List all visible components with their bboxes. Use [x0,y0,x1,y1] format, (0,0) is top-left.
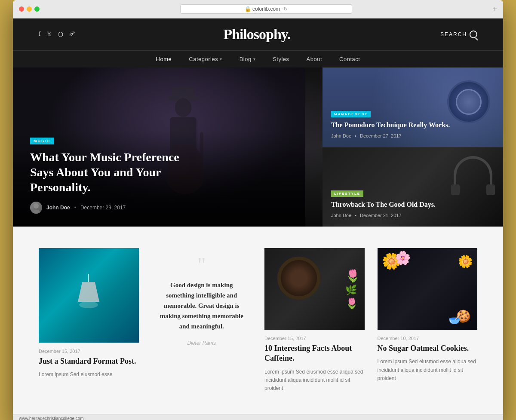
side-author-2: John Doe [331,213,351,218]
coffee-image: 🌷 🌿 🌷 [264,248,365,330]
hero-meta: John Doe • December 29, 2017 [30,202,305,214]
close-button[interactable] [19,6,24,12]
hero-author-avatar [30,202,42,214]
nav-categories[interactable]: Categories ▾ [189,56,222,62]
search-icon [470,31,477,38]
twitter-icon[interactable]: 𝕏 [47,31,52,38]
svg-point-2 [175,98,192,117]
svg-point-7 [34,203,39,208]
lamp-image [39,248,139,343]
maximize-button[interactable] [34,6,40,12]
url-text: colorlib.com [252,6,280,12]
pinterest-icon[interactable]: 𝒫 [69,31,74,38]
quote-marks: " [197,257,206,273]
lock-icon: 🔒 [245,6,251,12]
hero-main-article[interactable]: MUSIC What Your Music Preference Says Ab… [13,67,322,227]
chevron-down-icon: ▾ [220,57,222,61]
status-url: www.heritagechristiancollege.com [19,416,84,420]
side-category-badge-2: LIFESTYLE [331,190,363,197]
svg-rect-1 [172,87,195,100]
nav-styles[interactable]: Styles [273,56,289,62]
post-card-1[interactable]: December 15, 2017 Just a Standard Format… [39,248,139,379]
nav-about[interactable]: About [307,56,322,62]
site-header: f 𝕏 ⬡ 𝒫 Philosophy. SEARCH [13,18,503,50]
post-card-quote: " Good design is making something intell… [152,248,252,355]
post-date-3: December 10, 2017 [378,336,478,341]
hero-date: December 29, 2017 [80,205,126,211]
site-nav: Home Categories ▾ Blog ▾ Styles About Co… [13,50,503,67]
post-card-2[interactable]: 🌷 🌿 🌷 December 15, 2017 10 Interesting F… [264,248,365,392]
side-date-2: December 21, 2017 [360,213,402,218]
side-title-1: The Pomodoro Technique Really Works. [331,121,494,130]
side-category-badge-1: MANAGEMENT [331,111,371,117]
hero-content: MUSIC What Your Music Preference Says Ab… [30,136,305,214]
post-title-2: 10 Interesting Facts About Caffeine. [264,343,365,364]
social-icons: f 𝕏 ⬡ 𝒫 [39,31,74,38]
svg-point-8 [32,210,40,214]
hero-author: John Doe [46,205,70,211]
nav-contact[interactable]: Contact [339,56,360,62]
hero-category-badge[interactable]: MUSIC [30,138,54,144]
post-title-3: No Sugar Oatmeal Cookies. [378,343,478,353]
address-bar[interactable]: 🔒 colorlib.com ↻ [180,4,352,14]
side-date-1: December 27, 2017 [360,133,402,138]
reload-icon[interactable]: ↻ [283,6,288,12]
browser-chrome: 🔒 colorlib.com ↻ + [13,0,503,18]
quote-text: Good design is making something intellig… [156,280,248,331]
svg-marker-10 [78,282,99,302]
flowers-image: 🌼 🌸 🌼 🍪 🥣 [378,248,478,330]
minimize-button[interactable] [27,6,32,12]
side-meta-2: John Doe • December 21, 2017 [331,213,494,218]
post-excerpt-1: Lorem ipsum Sed eiusmod esse [39,371,139,379]
post-excerpt-3: Lorem ipsum Sed eiusmod esse aliqua sed … [378,358,478,383]
post-title-1: Just a Standard Format Post. [39,356,139,366]
quote-author: Dieter Rams [187,340,216,346]
side-article-1[interactable]: MANAGEMENT The Pomodoro Technique Really… [322,67,503,147]
side-meta-1: John Doe • December 27, 2017 [331,133,494,138]
status-bar: www.heritagechristiancollege.com [13,414,503,420]
posts-grid: December 15, 2017 Just a Standard Format… [39,248,477,392]
nav-blog[interactable]: Blog ▾ [240,56,256,62]
facebook-icon[interactable]: f [39,31,41,38]
post-date-1: December 15, 2017 [39,349,139,354]
side-content-1: MANAGEMENT The Pomodoro Technique Really… [331,109,494,138]
lamp-icon [71,274,106,317]
browser-window: 🔒 colorlib.com ↻ + f 𝕏 ⬡ 𝒫 Philosophy. S… [13,0,503,420]
post-date-2: December 15, 2017 [264,336,365,341]
new-tab-button[interactable]: + [493,5,497,14]
post-excerpt-2: Lorem ipsum Sed eiusmod esse aliqua sed … [264,368,365,393]
search-label: SEARCH [440,31,467,37]
traffic-lights [19,6,40,12]
hero-sidebar: MANAGEMENT The Pomodoro Technique Really… [322,67,503,227]
main-content: December 15, 2017 Just a Standard Format… [13,227,503,414]
post-card-3[interactable]: 🌼 🌸 🌼 🍪 🥣 December 10, 2017 No Sugar Oat… [378,248,478,383]
chevron-down-icon: ▾ [253,57,256,61]
svg-point-12 [79,301,98,308]
nav-home[interactable]: Home [156,56,172,62]
hero-section: MUSIC What Your Music Preference Says Ab… [13,67,503,227]
hero-title: What Your Music Preference Says About Yo… [30,150,202,195]
instagram-icon[interactable]: ⬡ [58,31,63,38]
search-button[interactable]: SEARCH [440,31,477,38]
site-title: Philosophy. [223,26,290,43]
side-content-2: LIFESTYLE Throwback To The Good Old Days… [331,189,494,218]
side-article-2[interactable]: LIFESTYLE Throwback To The Good Old Days… [322,147,503,227]
side-author-1: John Doe [331,133,351,138]
side-title-2: Throwback To The Good Old Days. [331,200,494,209]
